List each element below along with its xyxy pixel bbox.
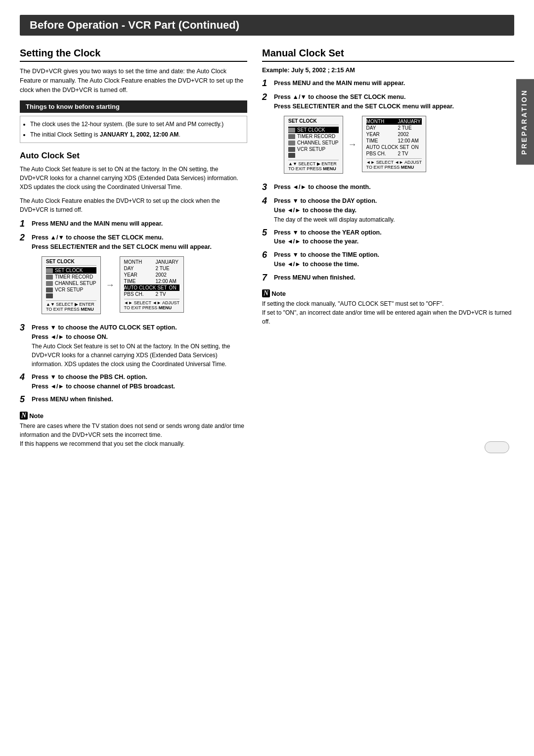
manual-step-1: 1 Press MENU and the MAIN menu will appe… <box>262 79 514 89</box>
manual-menu-arrow: → <box>348 140 357 150</box>
manual-step-4-sub: Use ◄/► to choose the day. <box>274 207 356 214</box>
vcr-icon <box>46 287 53 292</box>
ch-icon <box>46 281 53 286</box>
side-tab-label: PREPARATION <box>520 89 528 155</box>
manual-step-1-num: 1 <box>262 79 271 89</box>
auto-step-1-num: 1 <box>20 219 29 229</box>
auto-menu2-row-pbs: PBS CH.2 TV <box>124 291 180 297</box>
auto-menu2-footer-exit: TO EXIT PRESS MENU <box>124 305 180 310</box>
manual-step-6-num: 6 <box>262 250 271 260</box>
things-box: Things to know before starting <box>20 100 247 113</box>
auto-menu-box1: SET CLOCK SET CLOCK TIMER RECORD CHANNEL… <box>42 256 101 314</box>
auto-menu-item-3: CHANNEL SETUP <box>46 280 96 286</box>
auto-step-3-content: Press ▼ to choose the AUTO CLOCK SET opt… <box>32 323 247 369</box>
manual-step-2-text: Press ▲/▼ to choose the SET CLOCK menu.P… <box>274 94 454 110</box>
manual-step-7-text: Press MENU when finished. <box>274 273 356 283</box>
menu-arrow-1: → <box>106 280 115 290</box>
manual-note-box: N Note If setting the clock manually, "A… <box>262 289 514 326</box>
manual-menu-box1-inner: SET CLOCK SET CLOCK TIMER RECORD CHANNEL… <box>284 116 343 174</box>
auto-note-box: N Note There are cases where the TV stat… <box>20 412 247 448</box>
manual-menu-item-4: VCR SETUP <box>288 146 339 152</box>
setting-clock-intro: The DVD+VCR gives you two ways to set th… <box>20 67 247 94</box>
auto-menu-title: SET CLOCK <box>46 259 96 266</box>
manual-menu-item-1: SET CLOCK <box>288 127 339 133</box>
page-bottom-right <box>485 441 509 453</box>
auto-step-2-num: 2 <box>20 233 29 243</box>
auto-menu2-row-year: YEAR2002 <box>124 272 180 278</box>
manual-step-4-num: 4 <box>262 196 271 206</box>
things-item-2: The initial Clock Setting is JANUARY 1, … <box>30 130 242 140</box>
manual-step-3-num: 3 <box>262 183 271 192</box>
auto-menu-footer1: ▲▼ SELECT ▶ ENTER <box>46 300 96 307</box>
auto-step-2-text: Press ▲/▼ to choose the SET CLOCK menu.P… <box>32 234 212 250</box>
auto-note-text-2: If this happens we recommend that you se… <box>20 439 247 448</box>
manual-menu2-row-time: TIME12:00 AM <box>366 138 422 144</box>
things-item-1: The clock uses the 12-hour system. (Be s… <box>30 119 242 129</box>
manual-step-2-content: Press ▲/▼ to choose the SET CLOCK menu.P… <box>274 93 454 179</box>
manual-menu-footer1: ▲▼ SELECT ▶ ENTER <box>288 160 339 166</box>
manual-note-title: N Note <box>262 289 514 297</box>
manual-step-4: 4 Press ▼ to choose the DAY option. Use … <box>262 196 514 224</box>
auto-step-3-sub: Press ◄/► to choose ON. <box>32 333 108 340</box>
setting-clock-title: Setting the Clock <box>20 47 247 62</box>
auto-note-icon: N <box>20 412 28 420</box>
auto-menu2-row-autoclockset: AUTO CLOCK SETON <box>124 284 180 291</box>
manual-menu-title: SET CLOCK <box>288 118 339 125</box>
manual-menu2-footer-exit: TO EXIT PRESS MENU <box>366 165 422 170</box>
manual-step-5-content: Press ▼ to choose the YEAR option. Use ◄… <box>274 228 382 247</box>
header-banner: Before Operation - VCR Part (Continued) <box>20 15 514 36</box>
auto-step-3-desc: The Auto Clock Set feature is set to ON … <box>32 343 230 368</box>
right-column: Manual Clock Set Example: July 5, 2002 ;… <box>262 47 514 448</box>
preparation-side-tab: PREPARATION <box>516 79 534 165</box>
rec-icon <box>46 275 53 280</box>
auto-step-1: 1 Press MENU and the MAIN menu will appe… <box>20 219 247 229</box>
manual-menu-footer-exit: TO EXIT PRESS MENU <box>288 166 339 171</box>
manual-menu2-footer-select: ◄► SELECT ◄► ADJUST <box>366 160 422 165</box>
manual-step-6-content: Press ▼ to choose the TIME option. Use ◄… <box>274 250 379 269</box>
manual-menu-item-2: TIMER RECORD <box>288 133 339 140</box>
manual-step-4-desc: The day of the week will display automat… <box>274 216 395 223</box>
auto-step-2: 2 Press ▲/▼ to choose the SET CLOCK menu… <box>20 233 247 320</box>
auto-step-4-text: Press ▼ to choose the PBS CH. option.Pre… <box>32 373 175 391</box>
manual-clock-title: Manual Clock Set <box>262 47 514 62</box>
manual-step-4-content: Press ▼ to choose the DAY option. Use ◄/… <box>274 196 395 224</box>
manual-note-label: Note <box>271 290 286 297</box>
auto-menu-box2-inner: MONTHJANUARY DAY2 TUE YEAR2002 TIME12:00… <box>120 256 184 313</box>
manual-vcr-icon <box>288 147 295 152</box>
two-col-layout: Setting the Clock The DVD+VCR gives you … <box>20 47 514 448</box>
auto-clock-intro2: The Auto Clock Feature enables the DVD+V… <box>20 196 247 214</box>
auto-step-3-text: Press ▼ to choose the AUTO CLOCK SET opt… <box>32 324 177 331</box>
manual-menu2-row-month: MONTHJANUARY <box>366 118 422 125</box>
manual-rec-icon <box>288 134 295 139</box>
manual-menu2-row-autoclockset: AUTO CLOCK SETON <box>366 144 422 150</box>
things-list: The clock uses the 12-hour system. (Be s… <box>20 116 247 143</box>
auto-step-5: 5 Press MENU when finished. <box>20 395 247 405</box>
auto-menu-item-1: SET CLOCK <box>46 267 96 274</box>
manual-step-5: 5 Press ▼ to choose the YEAR option. Use… <box>262 228 514 247</box>
manual-menu-diagram: SET CLOCK SET CLOCK TIMER RECORD CHANNEL… <box>284 116 454 174</box>
auto-menu-diagram: SET CLOCK SET CLOCK TIMER RECORD CHANNEL… <box>42 256 212 314</box>
left-column: Setting the Clock The DVD+VCR gives you … <box>20 47 247 448</box>
manual-step-7-num: 7 <box>262 273 271 283</box>
manual-step-5-num: 5 <box>262 228 271 238</box>
manual-menu2-footer: ◄► SELECT ◄► ADJUST <box>366 158 422 165</box>
clock-icon <box>46 268 53 273</box>
manual-menu-box1: SET CLOCK SET CLOCK TIMER RECORD CHANNEL… <box>284 116 343 174</box>
auto-step-4: 4 Press ▼ to choose the PBS CH. option.P… <box>20 373 247 391</box>
manual-menu-item-5 <box>288 152 339 158</box>
auto-step-2-content: Press ▲/▼ to choose the SET CLOCK menu.P… <box>32 233 212 320</box>
manual-step-4-text: Press ▼ to choose the DAY option. <box>274 197 377 204</box>
manual-note-text-1: If setting the clock manually, "AUTO CLO… <box>262 299 514 308</box>
manual-step-5-sub: Use ◄/► to choose the year. <box>274 238 358 245</box>
manual-step-7: 7 Press MENU when finished. <box>262 273 514 283</box>
manual-example: Example: July 5, 2002 ; 2:15 AM <box>262 67 514 74</box>
manual-menu-item-3: CHANNEL SETUP <box>288 140 339 146</box>
auto-clock-intro1: The Auto Clock Set feature is set to ON … <box>20 165 247 191</box>
auto-menu2-row-time: TIME12:00 AM <box>124 278 180 284</box>
auto-note-label: Note <box>29 412 44 420</box>
auto-step-5-num: 5 <box>20 395 29 405</box>
manual-menu2-row-year: YEAR2002 <box>366 131 422 138</box>
auto-step-4-num: 4 <box>20 373 29 382</box>
oval-button <box>485 441 509 453</box>
auto-note-text-1: There are cases where the TV station doe… <box>20 422 247 439</box>
